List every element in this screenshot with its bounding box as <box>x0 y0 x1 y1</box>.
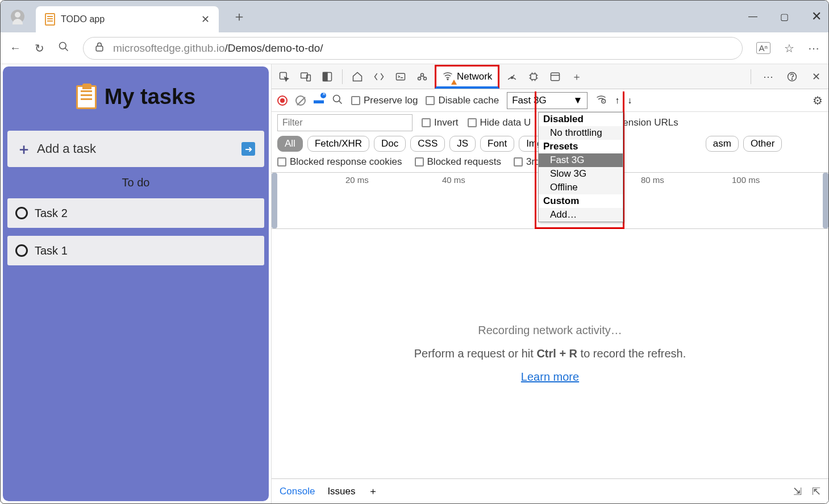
export-icon[interactable]: ↓ <box>627 95 632 106</box>
sources-icon[interactable] <box>413 68 431 86</box>
drawer-issues-tab[interactable]: Issues <box>327 486 355 497</box>
learn-more-link[interactable]: Learn more <box>521 370 579 384</box>
settings-icon[interactable]: ⚙ <box>813 94 823 107</box>
add-task-input[interactable]: ＋ Add a task ➜ <box>7 131 264 167</box>
blocked-requests-checkbox[interactable]: Blocked requests <box>415 156 501 168</box>
clipboard-icon <box>76 85 97 109</box>
performance-icon[interactable] <box>503 68 521 86</box>
chip-css[interactable]: CSS <box>410 136 445 152</box>
maximize-icon[interactable]: ▢ <box>780 11 789 22</box>
favorite-icon[interactable]: ☆ <box>784 41 794 55</box>
lock-icon <box>94 41 105 55</box>
dd-slow-3g[interactable]: Slow 3G <box>539 167 623 181</box>
dock-icon[interactable] <box>318 68 336 86</box>
timeline-handle-right[interactable] <box>823 173 828 228</box>
hide-ext-urls-label: ension URLs <box>623 117 678 128</box>
device-icon[interactable] <box>297 68 315 86</box>
svg-point-12 <box>447 78 448 80</box>
preserve-log-checkbox[interactable]: Preserve log <box>351 95 418 106</box>
task-label: Task 1 <box>35 244 68 257</box>
submit-task-icon[interactable]: ➜ <box>241 142 255 156</box>
svg-line-1 <box>65 48 68 51</box>
dd-fast-3g[interactable]: Fast 3G <box>539 153 623 167</box>
drawer-add-icon[interactable]: ＋ <box>368 485 378 498</box>
disable-cache-checkbox[interactable]: Disable cache <box>426 95 499 106</box>
chip-other[interactable]: Other <box>743 136 782 152</box>
devtools-drawer: Console Issues ＋ ⇲ ⇱ <box>272 478 828 503</box>
back-button[interactable]: ← <box>10 41 21 55</box>
hide-data-urls-checkbox[interactable]: Hide data U <box>468 117 531 128</box>
elements-icon[interactable] <box>370 68 388 86</box>
browser-tab[interactable]: TODO app ✕ <box>36 6 219 32</box>
drawer-collapse-icon[interactable]: ⇲ <box>793 485 802 498</box>
svg-point-18 <box>791 78 792 79</box>
close-window-icon[interactable]: ✕ <box>811 9 822 24</box>
import-icon[interactable]: ↑ <box>615 95 619 106</box>
application-icon[interactable] <box>546 68 564 86</box>
dd-no-throttling[interactable]: No throttling <box>539 126 623 140</box>
wifi-warning-icon <box>442 70 453 84</box>
network-tab[interactable]: Network <box>435 65 499 89</box>
search-icon[interactable] <box>332 94 343 107</box>
task-item[interactable]: Task 2 <box>7 198 264 228</box>
more-tabs-icon[interactable]: ＋ <box>568 68 586 86</box>
read-aloud-icon[interactable]: Aⁿ <box>756 42 770 54</box>
chip-js[interactable]: JS <box>449 136 476 152</box>
svg-rect-14 <box>531 74 536 80</box>
svg-rect-2 <box>96 46 103 51</box>
todo-app: My tasks ＋ Add a task ➜ To do Task 2 Tas… <box>3 66 269 501</box>
url-field[interactable]: microsoftedge.github.io/Demos/demo-to-do… <box>83 37 743 60</box>
devtools-help-icon[interactable] <box>783 68 801 86</box>
app-title: My tasks <box>105 85 196 109</box>
memory-icon[interactable] <box>524 68 543 86</box>
network-toolbar: ▬ Preserve log Disable cache Fast 3G▼ ↑ … <box>272 89 828 112</box>
task-item[interactable]: Task 1 <box>7 236 264 265</box>
chip-doc[interactable]: Doc <box>374 136 406 152</box>
chip-all[interactable]: All <box>277 136 303 152</box>
checkbox-icon[interactable] <box>15 207 28 219</box>
address-bar: ← ↻ microsoftedge.github.io/Demos/demo-t… <box>1 32 828 64</box>
chip-wasm[interactable]: asm <box>706 136 739 152</box>
drawer-expand-icon[interactable]: ⇱ <box>812 485 820 498</box>
clear-button[interactable] <box>295 95 306 106</box>
svg-rect-8 <box>397 73 405 80</box>
svg-rect-15 <box>551 73 560 80</box>
dd-offline[interactable]: Offline <box>539 181 623 194</box>
welcome-icon[interactable] <box>348 68 366 86</box>
devtools-more-icon[interactable]: ⋯ <box>759 68 777 86</box>
task-label: Task 2 <box>35 207 68 220</box>
chip-fetch[interactable]: Fetch/XHR <box>307 136 369 152</box>
invert-checkbox[interactable]: Invert <box>422 117 459 128</box>
third-party-checkbox[interactable]: 3rd <box>514 156 540 168</box>
new-tab-button[interactable]: ＋ <box>232 7 246 26</box>
console-icon[interactable] <box>391 68 410 86</box>
minimize-icon[interactable]: — <box>748 11 757 22</box>
tab-close-icon[interactable]: ✕ <box>201 13 210 26</box>
blocked-cookies-checkbox[interactable]: Blocked response cookies <box>277 156 402 168</box>
svg-rect-7 <box>323 72 328 81</box>
checkbox-icon[interactable] <box>15 244 28 257</box>
dd-presets-header: Presets <box>539 140 623 153</box>
browser-titlebar: TODO app ✕ ＋ — ▢ ✕ <box>1 1 828 32</box>
refresh-button[interactable]: ↻ <box>35 41 44 55</box>
chip-font[interactable]: Font <box>480 136 514 152</box>
inspect-icon[interactable] <box>275 68 293 86</box>
dd-add[interactable]: Add… <box>539 208 623 222</box>
timeline-handle-left[interactable] <box>272 173 277 228</box>
svg-point-13 <box>511 77 513 78</box>
filter-toggle-icon[interactable]: ▬ <box>314 94 324 106</box>
network-conditions-icon[interactable] <box>595 93 607 107</box>
todo-section-label: To do <box>7 172 264 194</box>
search-button[interactable] <box>58 41 69 55</box>
chevron-down-icon: ▼ <box>573 95 582 106</box>
throttling-select[interactable]: Fast 3G▼ <box>507 92 588 109</box>
add-task-placeholder: Add a task <box>37 141 236 156</box>
devtools-close-icon[interactable]: ✕ <box>807 68 825 86</box>
more-icon[interactable]: ⋯ <box>808 41 819 55</box>
plus-icon: ＋ <box>16 139 31 159</box>
profile-avatar[interactable] <box>11 10 24 23</box>
drawer-console-tab[interactable]: Console <box>280 486 315 497</box>
dd-custom-header: Custom <box>539 194 623 208</box>
record-button[interactable] <box>277 95 288 106</box>
filter-input[interactable] <box>277 114 413 131</box>
